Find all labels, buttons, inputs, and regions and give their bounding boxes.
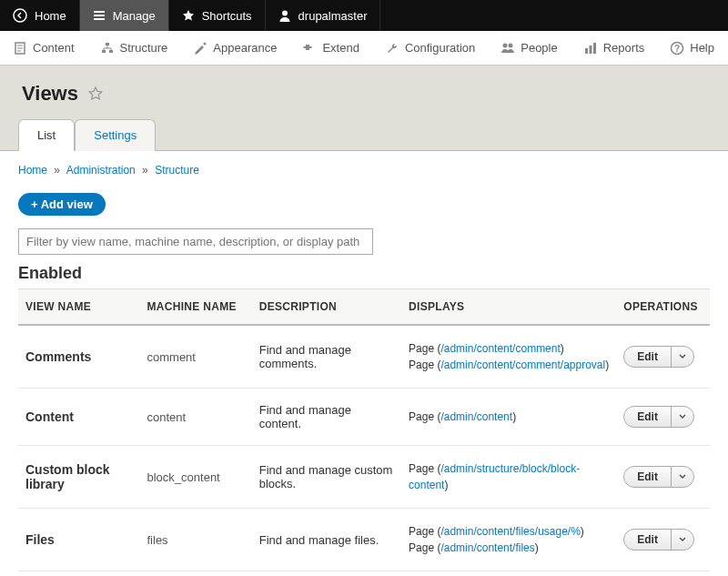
- admin-structure[interactable]: Structure: [87, 31, 181, 65]
- display-entry: Page (/admin/content/files): [409, 541, 539, 554]
- toolbar-home-label: Home: [35, 9, 66, 23]
- toolbar-manage[interactable]: Manage: [80, 0, 169, 31]
- cell-description: Find and manage content.: [252, 389, 401, 446]
- admin-configuration-label: Configuration: [405, 41, 475, 55]
- display-entry: Page (/admin/structure/block/block-conte…: [409, 462, 580, 491]
- dropbutton: Edit: [623, 529, 694, 551]
- filter-input[interactable]: [18, 228, 373, 255]
- views-table: VIEW NAME MACHINE NAME DESCRIPTION DISPL…: [18, 288, 710, 576]
- svg-text:?: ?: [674, 44, 680, 54]
- admin-help-label: Help: [690, 41, 714, 55]
- dropbutton-toggle[interactable]: [672, 347, 693, 367]
- section-enabled: Enabled: [18, 264, 710, 283]
- display-link[interactable]: /admin/content/files: [440, 541, 534, 554]
- table-row: FrontpagefrontpageAll content promoted t…: [18, 571, 710, 577]
- admin-content[interactable]: Content: [0, 31, 87, 65]
- cell-description: Find and manage files.: [252, 509, 401, 571]
- display-link[interactable]: /admin/structure/block/block-content: [409, 462, 580, 491]
- svg-point-7: [503, 43, 508, 47]
- admin-extend[interactable]: Extend: [289, 31, 371, 65]
- breadcrumb: Home » Administration » Structure: [18, 164, 710, 177]
- svg-rect-10: [589, 45, 592, 54]
- tabs: List Settings: [18, 118, 710, 150]
- breadcrumb-sep: »: [142, 164, 148, 177]
- cell-displays: Feed (/rss.xml)Page (/node): [401, 571, 616, 577]
- cell-operations: Edit: [616, 509, 710, 571]
- dropbutton-toggle[interactable]: [672, 530, 693, 550]
- edit-button[interactable]: Edit: [624, 530, 672, 550]
- display-link[interactable]: /admin/content/files/usage/%: [440, 525, 580, 538]
- cell-machine-name: content: [140, 389, 252, 446]
- cell-operations: Edit: [616, 389, 710, 446]
- content-icon: [13, 41, 27, 56]
- admin-configuration[interactable]: Configuration: [372, 31, 488, 65]
- edit-button[interactable]: Edit: [624, 467, 672, 487]
- svg-rect-3: [106, 43, 109, 45]
- toolbar-user-label: drupalmaster: [298, 9, 368, 23]
- toolbar-shortcuts-label: Shortcuts: [202, 9, 252, 23]
- admin-people[interactable]: People: [488, 31, 570, 65]
- tab-settings[interactable]: Settings: [75, 119, 156, 151]
- svg-point-8: [509, 43, 513, 47]
- col-operations: OPERATIONS: [616, 289, 710, 326]
- cell-machine-name: comment: [140, 325, 252, 389]
- dropbutton-toggle[interactable]: [672, 467, 693, 487]
- toolbar-shortcuts[interactable]: Shortcuts: [169, 0, 266, 31]
- display-entry: Page (/admin/content): [409, 410, 516, 423]
- svg-rect-11: [593, 43, 596, 54]
- caret-down-icon: [679, 473, 686, 480]
- caret-down-icon: [679, 536, 686, 543]
- edit-button[interactable]: Edit: [624, 407, 672, 427]
- cell-machine-name: frontpage: [140, 571, 252, 577]
- table-row: FilesfilesFind and manage files.Page (/a…: [18, 509, 710, 571]
- breadcrumb-home[interactable]: Home: [18, 164, 47, 177]
- tab-list[interactable]: List: [18, 119, 75, 151]
- star-outline-icon[interactable]: [87, 86, 104, 102]
- display-entry: Page (/admin/content/comment/approval): [409, 359, 609, 371]
- display-entry: Page (/admin/content/comment): [409, 342, 564, 355]
- display-link[interactable]: /admin/content: [440, 410, 512, 423]
- admin-reports[interactable]: Reports: [571, 31, 658, 65]
- dropbutton-toggle[interactable]: [672, 407, 693, 427]
- edit-button[interactable]: Edit: [624, 347, 672, 367]
- wrench-icon: [385, 41, 399, 56]
- display-link[interactable]: /admin/content/comment: [440, 342, 560, 355]
- svg-point-0: [14, 9, 26, 22]
- add-view-button[interactable]: + Add view: [18, 193, 106, 216]
- admin-people-label: People: [521, 41, 557, 55]
- people-icon: [500, 41, 515, 56]
- cell-view-name: Frontpage: [18, 571, 140, 577]
- appearance-icon: [193, 41, 207, 56]
- cell-view-name: Custom block library: [18, 446, 140, 509]
- col-view-name: VIEW NAME: [18, 289, 140, 326]
- table-row: ContentcontentFind and manage content.Pa…: [18, 389, 710, 446]
- svg-point-6: [204, 42, 207, 45]
- col-machine-name: MACHINE NAME: [140, 289, 252, 326]
- cell-operations: Edit: [616, 446, 710, 509]
- admin-structure-label: Structure: [120, 41, 168, 55]
- toolbar-home[interactable]: Home: [0, 0, 80, 31]
- tab-list-label: List: [37, 128, 56, 142]
- cell-machine-name: block_content: [140, 446, 252, 509]
- dropbutton: Edit: [623, 466, 694, 488]
- table-row: CommentscommentFind and manage comments.…: [18, 325, 710, 389]
- cell-displays: Page (/admin/content/files/usage/%)Page …: [401, 509, 616, 571]
- tab-settings-label: Settings: [94, 128, 136, 142]
- admin-help[interactable]: ? Help: [657, 31, 727, 65]
- display-entry: Page (/admin/content/files/usage/%): [409, 525, 584, 538]
- admin-appearance[interactable]: Appearance: [180, 31, 289, 65]
- cell-displays: Page (/admin/content/comment)Page (/admi…: [401, 325, 616, 389]
- cell-displays: Page (/admin/content): [401, 389, 616, 446]
- breadcrumb-sep: »: [54, 164, 60, 177]
- cell-view-name: Comments: [18, 325, 140, 389]
- page-title: Views: [22, 82, 710, 106]
- breadcrumb-structure[interactable]: Structure: [155, 164, 199, 177]
- dropbutton: Edit: [623, 406, 694, 428]
- breadcrumb-admin[interactable]: Administration: [66, 164, 136, 177]
- col-displays: DISPLAYS: [401, 289, 616, 326]
- display-link[interactable]: /admin/content/comment/approval: [440, 359, 605, 371]
- toolbar-user[interactable]: drupalmaster: [266, 0, 381, 31]
- cell-operations: Edit: [616, 571, 710, 577]
- admin-menu: Content Structure Appearance Extend Conf…: [0, 31, 728, 66]
- dropbutton: Edit: [623, 346, 694, 368]
